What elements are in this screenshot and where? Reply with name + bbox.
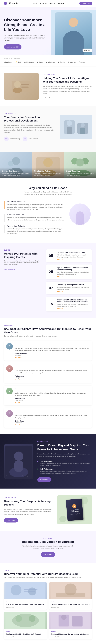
svg-point-46 xyxy=(61,614,67,620)
blog-post-4[interactable]: Wellness Emotional Stress and the way to… xyxy=(49,612,92,640)
book-title: JOURNEY TO GREATNESS xyxy=(68,509,81,513)
dare-cta-button[interactable]: Get Started xyxy=(37,478,51,482)
source-top: Our Services Your Source for Personal an… xyxy=(4,113,92,141)
blog-post-3[interactable]: Mindset The Power of Positive Thinking: … xyxy=(4,612,47,640)
event-title-2: Tips to Overcome Procrastination and Boo… xyxy=(57,266,89,270)
blog-subtitle: Get insights, tips, and inspiration from… xyxy=(4,576,92,578)
event-stars-4: ★★★★★ xyxy=(57,308,89,309)
why-item-2: Overcome Obstacles Whether you are deali… xyxy=(4,214,64,222)
become-description: Take the first step today and discover h… xyxy=(21,545,75,550)
quote-mark-1: " xyxy=(15,343,90,346)
testimonial-1: S " Working with my life coach has been … xyxy=(4,341,92,360)
event-number-2: 25 xyxy=(49,270,54,274)
book-subtitle: A Guide to Achieving Your Dreams xyxy=(69,513,82,516)
become-title: Become the Best Version of Yourself! xyxy=(4,540,92,544)
trusted-label: Trusted by 100+ companies xyxy=(4,58,92,60)
coach-name: Zofia Krol xyxy=(84,50,90,51)
group-title: Group Coaching xyxy=(66,170,94,172)
why-section: Why You Need a Life Coach Discover how a… xyxy=(0,178,96,243)
svg-point-15 xyxy=(8,161,13,166)
avatar-2: F xyxy=(6,365,13,372)
testimonial-text-3: My life coach helped me identify my limi… xyxy=(15,392,90,396)
dare-dot-2 xyxy=(37,468,38,470)
svg-rect-12 xyxy=(80,128,85,134)
dare-feature-desc-1: Our coaching team includes certified pro… xyxy=(40,462,92,466)
logo-alfashwar: ☁ alfashwar xyxy=(46,61,55,63)
why-content-1: Gain Clarity and Focus Life coaches are … xyxy=(7,201,64,211)
become-cta-button[interactable]: Get Started xyxy=(41,552,55,557)
source-title: Your Source for Personal and Professiona… xyxy=(4,116,56,122)
helping-title: Helping You Create A Life that Aligns wi… xyxy=(43,76,92,84)
blog-card-title-4: Emotional Stress and the way to deal wit… xyxy=(51,633,90,636)
hero-cta-label: More Video xyxy=(7,46,15,48)
testimonial-4: E " The coaching sessions have completel… xyxy=(4,408,92,428)
logo-vision: ◉ vision xyxy=(37,61,43,63)
svg-rect-3 xyxy=(21,84,29,85)
svg-point-1 xyxy=(14,81,21,88)
discovering-cta-button[interactable]: Learn More xyxy=(4,518,18,522)
events-more-label: More Information xyxy=(4,269,15,270)
dare-feature-desc-2: Our evidence-based coaching methodology … xyxy=(40,470,92,474)
svg-point-41 xyxy=(16,615,22,622)
hero-cta-button[interactable]: More Video ▶ xyxy=(4,44,21,50)
become-section: Start Today Become the Best Version of Y… xyxy=(0,531,96,563)
logo[interactable]: Lifcoach xyxy=(4,2,18,5)
dare-tag: Our Mission xyxy=(37,441,92,442)
testimonial-text-1: Working with my life coach has been a tr… xyxy=(15,347,90,352)
testimonial-stars-4: ★★★★★ xyxy=(15,424,90,426)
events-more-info[interactable]: More Information → xyxy=(4,269,42,270)
quote-mark-3: " xyxy=(15,388,90,391)
source-illustration xyxy=(60,115,92,139)
logo-icon xyxy=(4,2,7,5)
why-description: Discover how a life coach can help you b… xyxy=(21,191,75,196)
dare-image-inner: Achieve goals and create positive change xyxy=(4,444,33,479)
why-content-2: Overcome Obstacles Whether you are deali… xyxy=(7,214,64,221)
blog-post-image-4 xyxy=(49,612,92,629)
testimonial-stars-1: ★★★★★ xyxy=(15,357,90,358)
blog-date-1: March 12, 2024 xyxy=(6,606,45,608)
nav-about[interactable]: About Us xyxy=(40,2,46,4)
coaching-title: One-on-One Coaching xyxy=(2,170,30,172)
testimonials-title: See What Our Clients Have Achieved and G… xyxy=(4,327,92,334)
coach-name-tag: Zofia Krol xyxy=(82,48,92,52)
event-desc-2: Learn effective strategies to overcome p… xyxy=(57,271,89,275)
blog-img-illustration-4 xyxy=(49,612,92,629)
why-illustration xyxy=(68,201,92,227)
event-content-3: Leadership Development Retreat Develop y… xyxy=(57,284,89,292)
discovering-section: Our Program Discovering Your Purpose Ach… xyxy=(0,488,96,531)
dare-image: Achieve goals and create positive change xyxy=(4,444,33,479)
mindfulness-title: Mindfulness Training xyxy=(34,170,62,172)
contact-button[interactable]: Contact Us xyxy=(79,2,92,5)
why-person xyxy=(76,212,84,225)
book-emblem: ★ xyxy=(72,504,77,508)
testimonial-content-2: " I was feeling stuck in my career and p… xyxy=(15,365,90,381)
nav-home[interactable]: Home xyxy=(33,2,37,4)
mindfulness-overlay: Mindfulness Training Learn mindfulness t… xyxy=(32,168,64,178)
nav-pages[interactable]: Pages ▾ xyxy=(58,2,64,4)
event-desc-4: Discover how practicing gratitude can tr… xyxy=(57,303,89,307)
svg-rect-11 xyxy=(67,127,72,134)
dare-caption: Achieve goals and create positive change xyxy=(5,474,29,478)
trusted-logos: luminous ⚡ Ninty ≫ Nextmove ◉ vision ☁ a… xyxy=(4,61,92,63)
avatar-3: J xyxy=(6,388,13,394)
nav-services[interactable]: Services xyxy=(49,2,55,4)
dare-feature-content-2: High Performance Our evidence-based coac… xyxy=(40,468,92,474)
event-item-4: 15 The Power of Gratitude: Cultivate an … xyxy=(46,297,92,312)
blog-post-2[interactable]: Health Getting healthy requires discipli… xyxy=(49,582,92,610)
events-header: Events Unlock Your Potential with Inspir… xyxy=(4,250,42,265)
dare-features: Licensed Mentors Our coaching team inclu… xyxy=(37,460,92,474)
group-overlay: Group Coaching Join a community and lear… xyxy=(64,168,96,178)
why-inner: Gain Clarity and Focus Life coaches are … xyxy=(4,201,92,235)
mindfulness-desc: Learn mindfulness techniques, reduce str… xyxy=(34,172,62,176)
testimonial-name-1: Stewart Brooks xyxy=(15,353,90,355)
svg-point-9 xyxy=(67,120,72,126)
events-list: 05 Discover Your Purpose Workshop Join u… xyxy=(46,250,92,312)
stat-label-2: Group Program xyxy=(29,138,38,140)
blog-post-content-4: Wellness Emotional Stress and the way to… xyxy=(49,629,92,640)
events-section: Events Unlock Your Potential with Inspir… xyxy=(0,243,96,318)
service-group: Group Coaching Join a community and lear… xyxy=(64,152,96,178)
why-item-title-1: Gain Clarity and Focus xyxy=(7,201,64,203)
blog-post-1[interactable]: Wellness How to use your passion to achi… xyxy=(4,582,47,610)
blog-card-title-2: Getting healthy requires discipline that… xyxy=(51,604,90,606)
discovering-image: ★ JOURNEY TO GREATNESS A Guide to Achiev… xyxy=(57,495,92,524)
